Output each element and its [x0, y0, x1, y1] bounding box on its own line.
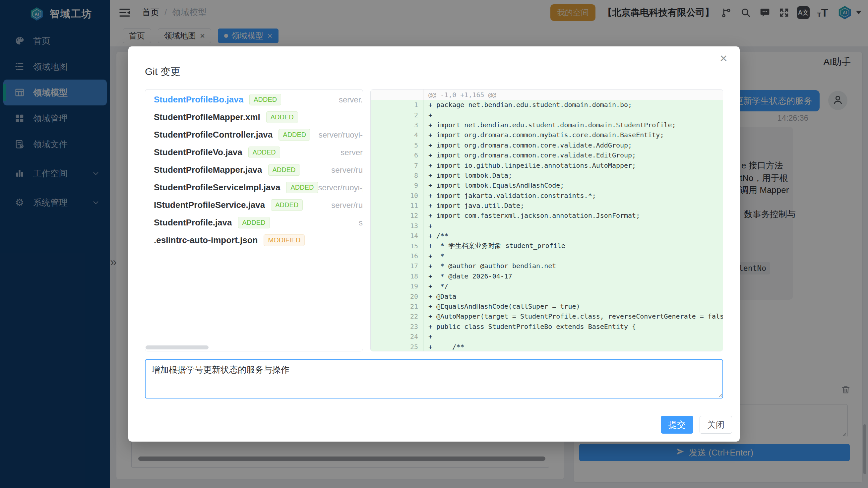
diff-line: 22 + @AutoMapper(target = StudentProfile… [371, 311, 723, 321]
file-row[interactable]: StudentProfileController.java ADDED serv… [145, 126, 363, 144]
diff-line: 15 + * 学生档案业务对象 student_profile [371, 241, 723, 251]
close-icon[interactable]: ✕ [719, 54, 728, 64]
diff-line: 5 + import org.dromara.common.core.valid… [371, 140, 723, 150]
commit-message-input[interactable]: 增加根据学号更新状态的服务与操作 [145, 359, 723, 398]
diff-line: 7 + import io.github.linpeilie.annotatio… [371, 160, 723, 170]
file-row[interactable]: IStudentProfileService.java ADDED server… [145, 196, 363, 214]
status-badge: ADDED [279, 129, 310, 141]
diff-line: 8 + import lombok.Data; [371, 171, 723, 180]
line-number: 24 [371, 332, 424, 341]
diff-lines: 1 + package net.bendian.edu.student.doma… [371, 100, 723, 352]
diff-line: 1 + package net.bendian.edu.student.doma… [371, 100, 723, 110]
diff-line: 19 + */ [371, 281, 723, 291]
diff-line: 25 + /** [371, 341, 723, 352]
line-code: + public class StudentProfileBo extends … [424, 322, 636, 332]
diff-hunk-header: @@ -1,0 +1,165 @@ [371, 90, 723, 100]
file-name: StudentProfileMapper.xml [154, 112, 260, 122]
file-row[interactable]: StudentProfileMapper.java ADDED server/r… [145, 161, 363, 179]
file-name: StudentProfileMapper.java [154, 165, 262, 175]
file-name: StudentProfileServiceImpl.java [154, 182, 280, 193]
diff-line: 9 + import lombok.EqualsAndHashCode; [371, 180, 723, 190]
status-badge: ADDED [249, 94, 281, 105]
line-code: + /** [424, 341, 464, 352]
status-badge: ADDED [271, 199, 303, 211]
line-code: + import net.bendian.edu.student.domain.… [424, 120, 676, 130]
line-number: 14 [371, 231, 424, 241]
line-code: + * @date 2026-04-17 [424, 271, 512, 281]
file-path: server/ru [331, 201, 363, 210]
diff-view: @@ -1,0 +1,165 @@ 1 + package net.bendia… [370, 89, 723, 352]
file-name: StudentProfileBo.java [154, 94, 243, 105]
file-row[interactable]: StudentProfileServiceImpl.java ADDED ser… [145, 179, 363, 196]
line-number: 17 [371, 261, 424, 271]
diff-line: 14 + /** [371, 231, 723, 241]
line-number: 4 [371, 130, 424, 140]
line-number: 15 [371, 241, 424, 251]
line-code: + * 学生档案业务对象 student_profile [424, 241, 565, 251]
line-code: + * @author @author bendian.net [424, 261, 556, 271]
file-name: StudentProfile.java [154, 217, 232, 228]
line-number: 10 [371, 191, 424, 201]
line-code: + [424, 221, 432, 231]
file-path: server. [339, 95, 363, 104]
file-path: server [341, 148, 363, 157]
line-code: + import com.fasterxml.jackson.annotatio… [424, 211, 640, 220]
screen: » AI助手 更新学生状态的服务 14:26:36 e 接口方法 tNo，用于根… [0, 0, 868, 488]
diff-line: 10 + import jakarta.validation.constrain… [371, 191, 723, 201]
diff-line: 2 + [371, 110, 723, 120]
line-number: 16 [371, 251, 424, 261]
line-number: 11 [371, 201, 424, 211]
line-number: 9 [371, 180, 424, 190]
line-code: + @EqualsAndHashCode(callSuper = true) [424, 301, 580, 311]
line-number: 23 [371, 322, 424, 332]
file-row[interactable]: StudentProfileBo.java ADDED server. [145, 91, 363, 109]
file-path: s [359, 218, 363, 227]
diff-line: 4 + import org.dromara.common.mybatis.co… [371, 130, 723, 140]
line-code: + */ [424, 281, 448, 291]
file-row[interactable]: .eslintrc-auto-import.json MODIFIED [145, 232, 363, 249]
diff-gutter [371, 90, 424, 100]
diff-line: 18 + * @date 2026-04-17 [371, 271, 723, 281]
file-row[interactable]: StudentProfileVo.java ADDED server [145, 144, 363, 161]
file-list-scrollbar[interactable] [146, 345, 209, 349]
line-number: 21 [371, 301, 424, 311]
line-number: 1 [371, 100, 424, 110]
submit-button[interactable]: 提交 [661, 416, 693, 434]
line-code: + import org.dromara.common.core.validat… [424, 140, 632, 150]
file-name: .eslintrc-auto-import.json [154, 235, 258, 245]
file-row[interactable]: StudentProfileMapper.xml ADDED [145, 109, 363, 126]
line-code: + /** [424, 231, 448, 241]
status-badge: ADDED [286, 182, 318, 193]
status-badge: ADDED [266, 112, 298, 123]
git-changes-dialog: ✕ Git 变更 StudentProfileBo.java ADDED ser… [128, 47, 740, 441]
divider [128, 85, 740, 85]
file-path: server/ruoyi- [319, 130, 363, 140]
file-name: IStudentProfileService.java [154, 200, 265, 210]
line-code: + import org.dromara.common.mybatis.core… [424, 130, 664, 140]
diff-line: 12 + import com.fasterxml.jackson.annota… [371, 211, 723, 220]
line-code: + [424, 110, 432, 120]
line-number: 25 [371, 341, 424, 352]
diff-line: 11 + import java.util.Date; [371, 201, 723, 211]
resize-handle-icon[interactable] [717, 392, 722, 398]
cancel-button[interactable]: 关闭 [700, 416, 732, 434]
file-name: StudentProfileController.java [154, 130, 273, 140]
diff-line: 3 + import net.bendian.edu.student.domai… [371, 120, 723, 130]
line-number: 7 [371, 160, 424, 170]
dialog-title: Git 变更 [145, 65, 180, 79]
line-code: + import jakarta.validation.constraints.… [424, 191, 596, 201]
line-code: + import lombok.Data; [424, 171, 512, 180]
line-number: 8 [371, 171, 424, 180]
file-row[interactable]: StudentProfile.java ADDED s [145, 214, 363, 232]
status-badge: ADDED [248, 147, 280, 158]
line-code: + import lombok.EqualsAndHashCode; [424, 180, 564, 190]
line-code: + * [424, 251, 444, 261]
file-name: StudentProfileVo.java [154, 147, 242, 157]
diff-line: 17 + * @author @author bendian.net [371, 261, 723, 271]
line-number: 12 [371, 211, 424, 220]
diff-line: 13 + [371, 221, 723, 231]
line-number: 3 [371, 120, 424, 130]
line-code: + import org.dromara.common.core.validat… [424, 150, 636, 160]
diff-line: 16 + * [371, 251, 723, 261]
diff-line: 20 + @Data [371, 291, 723, 301]
